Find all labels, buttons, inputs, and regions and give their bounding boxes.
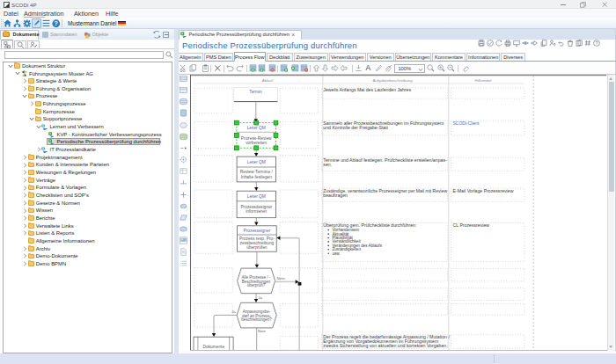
svg-text:Nein: Nein (277, 276, 286, 280)
svg-text:Ja: Ja (231, 309, 236, 314)
svg-text:überprüft?: überprüft? (247, 283, 266, 288)
svg-text:?: ? (596, 40, 598, 46)
svg-text:Inhalte festlegen: Inhalte festlegen (241, 175, 273, 179)
svg-text:usw.: usw. (333, 251, 341, 256)
svg-text:E-Mail Vorlage Prozessreview: E-Mail Vorlage Prozessreview (453, 188, 514, 193)
svg-text:Prozesseigner: Prozesseigner (244, 229, 271, 233)
svg-text:Hilfsmittel: Hilfsmittel (474, 78, 491, 83)
svg-text:Ablauf: Ablauf (262, 78, 274, 83)
svg-text:Überprüfung gem. Prüfchecklist: Überprüfung gem. Prüfcheckliste durchfüh… (323, 222, 416, 228)
svg-text:vorbereiten: vorbereiten (246, 141, 267, 145)
svg-text:Aufgabenbeschreibung: Aufgabenbeschreibung (372, 78, 413, 83)
svg-text:CL Prozessreview: CL Prozessreview (453, 222, 490, 228)
svg-text:zwecks Sicherstellung von aktu: zwecks Sicherstellung von aktuellen und … (323, 343, 447, 348)
svg-text:Leiter QM: Leiter QM (247, 160, 266, 164)
svg-text:Termin: Termin (249, 90, 262, 94)
svg-text:sen.: sen. (323, 162, 332, 167)
svg-text:Jeweils Anfangs Mai des Laufen: Jeweils Anfangs Mai des Laufenden Jahres (323, 87, 411, 92)
svg-text:Nein: Nein (258, 329, 267, 333)
svg-text:Leiter QM: Leiter QM (247, 194, 266, 199)
svg-text:Termine und Ablauf festlegen.: Termine und Ablauf festlegen. Prüfcheckl… (323, 157, 447, 163)
svg-text:Dokumente: Dokumente (203, 345, 225, 349)
svg-text:und Kontrolle der Freigabe-Sta: und Kontrolle der Freigabe-Stati (323, 125, 388, 130)
svg-text:SCODi-Client: SCODi-Client (453, 120, 480, 126)
svg-text:überprüfen: überprüfen (246, 245, 268, 250)
svg-text:beschreibungen?: beschreibungen? (241, 317, 272, 322)
svg-text:beauftragen: beauftragen (323, 193, 348, 198)
svg-text:informieren: informieren (246, 209, 267, 214)
svg-text:Ja: Ja (258, 295, 262, 300)
svg-text:Leiter QM: Leiter QM (247, 126, 266, 130)
